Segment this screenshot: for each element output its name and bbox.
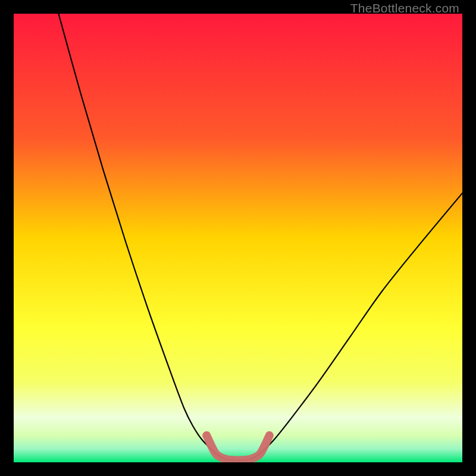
plot-svg [14, 14, 462, 462]
outer-frame: TheBottleneck.com [0, 0, 476, 476]
svg-rect-0 [14, 14, 462, 462]
plot-area [14, 14, 462, 462]
